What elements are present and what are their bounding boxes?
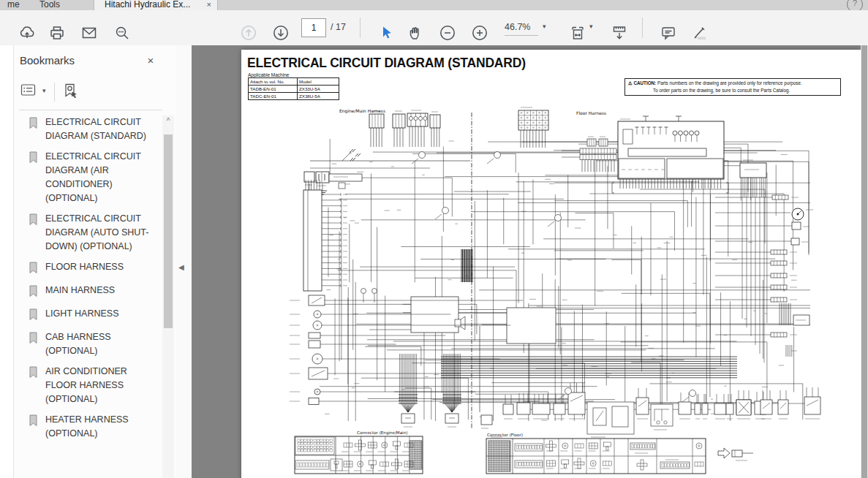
table-header-cell: Model [298, 78, 339, 86]
bookmark-item[interactable]: LIGHT HARNESS [29, 307, 159, 324]
email-icon[interactable] [80, 24, 98, 42]
zoom-in-icon[interactable] [471, 24, 488, 42]
connector-engine-main-label: Connector (Engine/Main) [357, 430, 407, 436]
circuit-schematic: Engine/Main Harness Floor Harness Connec… [247, 107, 839, 477]
comment-icon[interactable] [660, 24, 677, 42]
page-title: ELECTRICAL CIRCUIT DIAGRAM (STANDARD) [247, 56, 526, 71]
bookmark-icon [29, 284, 38, 300]
bookmark-icon [29, 260, 38, 277]
bookmark-icon [29, 413, 38, 441]
bookmark-icon [29, 212, 38, 254]
highlighter-icon[interactable] [690, 24, 708, 42]
bookmarks-list: ELECTRICAL CIRCUIT DIAGRAM (STANDARD) EL… [29, 115, 159, 478]
select-tool-icon[interactable] [377, 24, 395, 42]
previous-page-icon[interactable] [240, 24, 257, 42]
bookmark-item[interactable]: AIR CONDITIONER FLOOR HARNESS (OPTIONAL) [29, 365, 159, 406]
bookmark-item[interactable]: ELECTRICAL CIRCUIT DIAGRAM (AUTO SHUT-DO… [29, 212, 159, 254]
page-scroll-icon[interactable] [611, 24, 628, 42]
caution-line2: To order parts on the drawing, be sure t… [628, 87, 837, 94]
bookmark-item[interactable]: ELECTRICAL CIRCUIT DIAGRAM (STANDARD) [29, 115, 159, 143]
bookmark-item[interactable]: ELECTRICAL CIRCUIT DIAGRAM (AIR CONDITIO… [29, 150, 159, 205]
bookmark-icon [29, 115, 38, 143]
zoom-level-value[interactable]: 46.7% [505, 22, 538, 36]
floor-harness-label: Floor Harness [576, 110, 606, 115]
applicable-machine-table: Attach to vol. No. Model TADB-EN-01 ZX33… [248, 77, 339, 100]
nav-pane-gutter [0, 45, 14, 478]
tab-strip: me Tools Hitachi Hydraulic Ex... × ? [0, 0, 868, 10]
bookmarks-scrollbar-thumb[interactable] [164, 134, 173, 328]
document-area: ELECTRICAL CIRCUIT DIAGRAM (STANDARD) Ap… [192, 45, 868, 478]
toolbar-divider [360, 18, 361, 38]
zoom-caret-icon[interactable]: ▾ [543, 23, 546, 30]
bookmarks-panel: Bookmarks × ▾ ELECTRICAL CIRCUIT DIAGRAM [14, 45, 176, 478]
tab-tools-label: Tools [39, 0, 60, 10]
tab-home-label: me [7, 0, 20, 10]
search-icon[interactable] [113, 24, 131, 42]
hand-tool-icon[interactable] [407, 24, 424, 42]
bookmarks-separator [19, 110, 162, 110]
bookmarks-panel-title: Bookmarks [20, 54, 75, 67]
zoom-out-icon[interactable] [439, 24, 456, 42]
fit-width-icon[interactable] [569, 24, 586, 42]
engine-main-harness-label: Engine/Main Harness [339, 108, 385, 114]
print-icon[interactable] [48, 24, 66, 42]
bookmark-options-caret-icon[interactable]: ▾ [42, 87, 46, 94]
bookmark-item[interactable]: MAIN HARNESS [29, 284, 159, 300]
page-number-input[interactable] [301, 18, 326, 37]
bookmark-item[interactable]: CAB HARNESS (OPTIONAL) [29, 330, 159, 358]
applicable-machine-caption: Applicable Machine [248, 72, 289, 77]
toolbar-divider [642, 18, 643, 38]
pdf-page: ELECTRICAL CIRCUIT DIAGRAM (STANDARD) Ap… [241, 50, 861, 478]
acrobat-window: me Tools Hitachi Hydraulic Ex... × ? [0, 0, 868, 478]
bookmarks-scrollbar[interactable]: ^ [162, 115, 174, 478]
caution-prefix: ⚠ CAUTION: [628, 80, 656, 86]
bookmark-options-icon[interactable] [20, 82, 37, 102]
bookmark-icon [29, 365, 38, 406]
table-cell: TADC-EN-01 [249, 93, 298, 100]
document-scrollbar-thumb[interactable] [861, 45, 867, 478]
bookmark-item[interactable]: FLOOR HARNESS [29, 260, 159, 277]
tab-tools[interactable]: Tools [32, 0, 67, 10]
table-cell: ZX33U-5A [298, 86, 339, 93]
find-current-bookmark-icon[interactable] [61, 82, 80, 104]
table-cell: TADB-EN-01 [249, 86, 298, 93]
bookmarks-close-icon[interactable]: × [145, 54, 156, 67]
panel-splitter[interactable]: ◀ [176, 45, 192, 478]
tab-home[interactable]: me [0, 0, 27, 10]
caution-box: ⚠ CAUTION: Parts numbers on the drawing … [624, 78, 841, 96]
caution-line1: Parts numbers on the drawing are provide… [656, 80, 802, 86]
tab-document[interactable]: Hitachi Hydraulic Ex... × [94, 0, 218, 10]
share-cloud-icon[interactable] [18, 24, 36, 42]
bookmark-item[interactable]: HEATER HARNESS (OPTIONAL) [29, 413, 159, 441]
scroll-up-icon[interactable]: ^ [162, 117, 174, 125]
bookmark-icon [29, 307, 38, 324]
connector-floor-label: Connector (Floor) [487, 433, 523, 437]
bookmark-icon [29, 330, 38, 358]
collapse-panel-icon[interactable]: ◀ [178, 263, 184, 271]
fit-caret-icon[interactable]: ▾ [589, 23, 593, 30]
bookmarks-toolbar-divider [54, 83, 55, 102]
next-page-icon[interactable] [272, 24, 290, 42]
table-header-cell: Attach to vol. No. [249, 78, 298, 86]
table-cell: ZX38U-5A [298, 93, 339, 100]
bookmark-icon [29, 150, 38, 205]
document-scrollbar[interactable] [861, 45, 868, 478]
main-toolbar: / 17 46.7% ▾ ▾ [0, 10, 868, 46]
page-count-label: / 17 [331, 22, 346, 32]
